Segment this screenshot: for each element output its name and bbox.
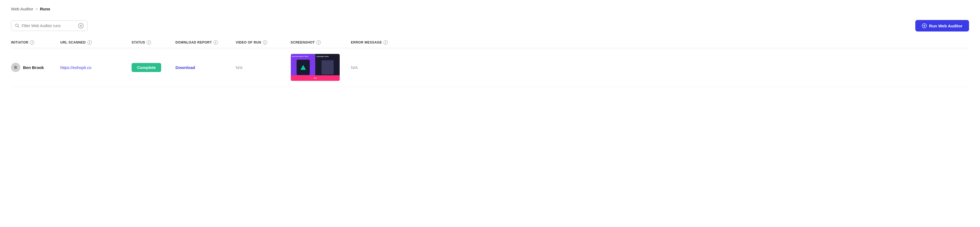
error-info-icon[interactable]: i bbox=[383, 40, 388, 44]
initiator-info-icon[interactable]: i bbox=[30, 40, 34, 44]
video-na: N/A bbox=[236, 65, 243, 70]
video-cell: N/A bbox=[236, 65, 291, 70]
svg-line-1 bbox=[18, 27, 19, 28]
breadcrumb-current: Runs bbox=[40, 6, 51, 11]
initiator-cell: B Ben Brook bbox=[11, 63, 60, 72]
screenshot-right-label: Lightweight Jacket bbox=[317, 56, 339, 57]
video-info-icon[interactable]: i bbox=[263, 40, 267, 44]
screenshot-info-icon[interactable]: i bbox=[317, 40, 321, 44]
url-info-icon[interactable]: i bbox=[88, 40, 92, 44]
screenshot-bottom-bar: Shirt bbox=[291, 75, 340, 81]
avatar: B bbox=[11, 63, 20, 72]
col-header-error: ERROR MESSAGE i bbox=[351, 40, 969, 44]
download-info-icon[interactable]: i bbox=[213, 40, 218, 44]
table-row: B Ben Brook https://eshopit.co Complete … bbox=[11, 48, 969, 87]
col-header-initiator: INITIATOR i bbox=[11, 40, 60, 44]
jacket-shape bbox=[321, 60, 334, 75]
tshirt-logo bbox=[301, 65, 306, 70]
breadcrumb: Web Auditor > Runs bbox=[11, 6, 969, 11]
plus-circle-icon-button bbox=[922, 23, 927, 28]
url-link[interactable]: https://eshopit.co bbox=[60, 65, 91, 70]
table-header: INITIATOR i URL SCANNED i STATUS i DOWNL… bbox=[11, 40, 969, 48]
add-filter-button[interactable] bbox=[78, 23, 84, 29]
error-na: N/A bbox=[351, 65, 358, 70]
status-cell: Complete bbox=[132, 63, 175, 72]
filter-input-wrapper bbox=[11, 21, 88, 31]
url-cell: https://eshopit.co bbox=[60, 65, 132, 70]
col-header-download: DOWNLOAD REPORT i bbox=[175, 40, 236, 44]
initiator-name: Ben Brook bbox=[23, 65, 44, 70]
screenshot-thumbnail[interactable]: New Short Sleeve T-Shirt Lightweight Jac… bbox=[291, 54, 340, 81]
run-web-auditor-button[interactable]: Run Web Auditor bbox=[915, 20, 969, 32]
status-info-icon[interactable]: i bbox=[146, 40, 151, 44]
breadcrumb-parent[interactable]: Web Auditor bbox=[11, 6, 33, 11]
page-container: Web Auditor > Runs bbox=[0, 0, 980, 94]
col-header-screenshot: SCREENSHOT i bbox=[291, 40, 351, 44]
screenshot-left-label: New Short Sleeve T-Shirt bbox=[292, 56, 314, 57]
screenshot-cell: New Short Sleeve T-Shirt Lightweight Jac… bbox=[291, 54, 351, 81]
download-link[interactable]: Download bbox=[175, 65, 195, 70]
download-cell: Download bbox=[175, 65, 236, 70]
filter-input[interactable] bbox=[22, 24, 76, 28]
screenshot-bottom-text: Shirt bbox=[313, 77, 317, 79]
breadcrumb-separator: > bbox=[35, 7, 38, 11]
plus-circle-icon bbox=[78, 23, 84, 29]
col-header-url: URL SCANNED i bbox=[60, 40, 132, 44]
run-button-label: Run Web Auditor bbox=[929, 24, 963, 28]
col-header-status: STATUS i bbox=[132, 40, 175, 44]
tshirt-body bbox=[297, 60, 310, 75]
status-badge: Complete bbox=[132, 63, 161, 72]
toolbar: Run Web Auditor bbox=[11, 20, 969, 32]
table-container: INITIATOR i URL SCANNED i STATUS i DOWNL… bbox=[11, 40, 969, 87]
error-cell: N/A bbox=[351, 65, 969, 70]
search-icon bbox=[15, 24, 19, 28]
col-header-video: VIDEO OF RUN i bbox=[236, 40, 291, 44]
